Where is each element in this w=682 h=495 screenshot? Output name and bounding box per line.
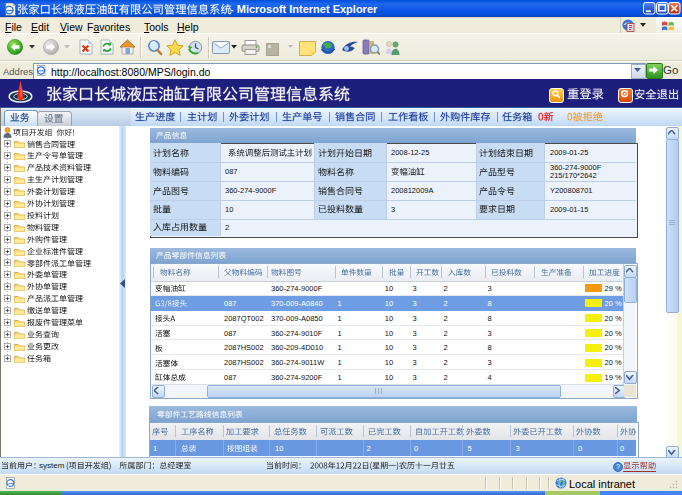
- svg-text:?: ?: [616, 463, 620, 470]
